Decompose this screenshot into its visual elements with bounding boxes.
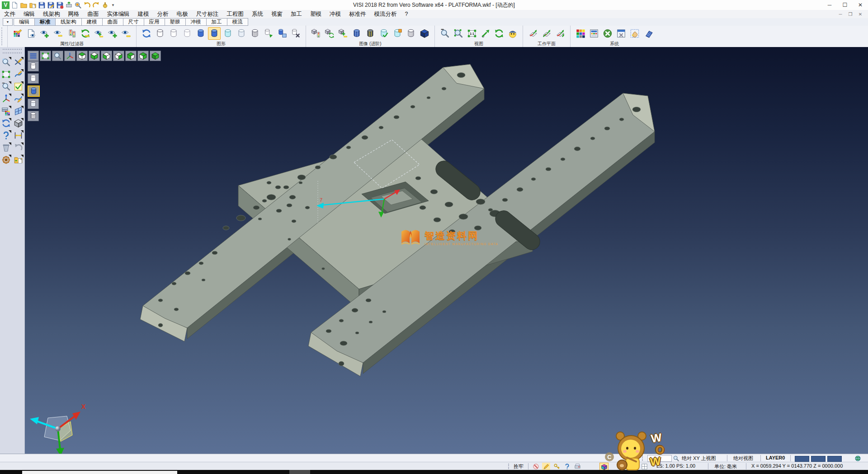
3d-model[interactable]: 7 (25, 47, 868, 454)
tab-mould[interactable]: 塑膜 (165, 18, 186, 26)
hidden-line-mode-button[interactable] (167, 27, 180, 40)
menu-drafting[interactable]: 工程图 (223, 10, 248, 18)
menu-window[interactable]: 视窗 (267, 10, 287, 18)
render-hidden-line-button[interactable] (28, 73, 39, 84)
menu-solid-edit[interactable]: 实体编辑 (103, 10, 134, 18)
delete-trash-button[interactable] (1, 142, 11, 153)
window-layout-button[interactable] (13, 106, 24, 116)
menu-surface[interactable]: 曲面 (84, 10, 103, 18)
tab-machining[interactable]: 加工 (207, 18, 227, 26)
observer-view-button[interactable] (506, 27, 519, 40)
3d-viewport[interactable]: 7 智造资料网 INTELLIGENT MAN (25, 47, 868, 454)
tab-standard[interactable]: 标准 (35, 18, 56, 26)
render-hatched-button[interactable] (28, 111, 39, 121)
render-wireframe-button[interactable] (28, 61, 39, 71)
attribute-paint-button[interactable] (11, 27, 24, 40)
rotate-view-button[interactable] (493, 27, 505, 40)
tab-surface[interactable]: 曲面 (103, 18, 123, 26)
curve-edit-button[interactable] (13, 94, 24, 104)
fit-view-button[interactable] (1, 69, 11, 80)
zoom-window-button[interactable] (452, 27, 465, 40)
layer-attributes-button[interactable] (1, 106, 11, 116)
pan-view-button[interactable] (479, 27, 492, 40)
wire-barrel-button[interactable] (405, 27, 417, 40)
confirm-check-button[interactable] (13, 81, 24, 92)
window-options-button[interactable] (615, 27, 627, 40)
ghost-mode-button[interactable] (235, 27, 248, 40)
menu-electrode[interactable]: 电极 (173, 10, 192, 18)
maximize-button[interactable]: ☐ (837, 0, 853, 10)
view-bottom-button[interactable] (89, 51, 100, 61)
redo-button[interactable] (92, 1, 100, 9)
layer-indicator[interactable]: LAYER0 (766, 455, 785, 460)
solids-refresh-button[interactable] (323, 27, 336, 40)
menu-edit[interactable]: 编辑 (19, 10, 39, 18)
wireframe-mode-button[interactable] (154, 27, 166, 40)
key-icon[interactable] (552, 463, 561, 470)
view-front-button[interactable] (125, 51, 137, 61)
plot-icon[interactable] (573, 463, 581, 470)
toolbar-grip[interactable] (1, 28, 6, 45)
absolute-view-label[interactable]: 绝对视图 (733, 455, 753, 462)
view-left-button[interactable] (101, 51, 112, 61)
tag-solid-button[interactable] (391, 27, 404, 40)
mdi-minimize-button[interactable]: ─ (835, 12, 845, 17)
validate-solid-button[interactable] (377, 27, 390, 40)
view-top-button[interactable] (76, 51, 88, 61)
mdi-close-button[interactable]: ✕ (855, 12, 865, 17)
sidebar-grip[interactable] (3, 49, 22, 53)
workplane-flip-button[interactable] (554, 27, 566, 40)
tab-application[interactable]: 应用 (144, 18, 165, 26)
menu-file[interactable]: 文件 (0, 10, 19, 18)
color-palette-button[interactable] (574, 27, 587, 40)
system-settings-button[interactable] (601, 27, 614, 40)
show-all-button[interactable] (106, 27, 119, 40)
menu-system[interactable]: 系统 (248, 10, 267, 18)
menu-machining[interactable]: 加工 (287, 10, 306, 18)
globe-icon[interactable] (854, 455, 862, 462)
workplane-align-button[interactable] (540, 27, 553, 40)
axis-triad[interactable]: X Y (27, 401, 89, 454)
zoom-dynamic-button[interactable] (52, 51, 63, 61)
render-shaded-button[interactable] (28, 85, 40, 97)
help-query-button[interactable] (1, 130, 11, 141)
security-lock-button[interactable] (101, 1, 109, 9)
navigation-wheel-button[interactable] (1, 155, 11, 165)
menu-wireframe[interactable]: 线架构 (39, 10, 64, 18)
barrel-striped-button[interactable] (364, 27, 377, 40)
export-print-button[interactable] (65, 1, 73, 9)
tab-progress[interactable]: 冲模 (186, 18, 207, 26)
graphics-settings-button[interactable] (289, 27, 302, 40)
close-button[interactable]: ✕ (853, 0, 868, 10)
filter-remove-button[interactable] (52, 27, 65, 40)
menu-standard-parts[interactable]: 标准件 (345, 10, 370, 18)
grid-settings-button[interactable] (642, 27, 655, 40)
minimize-button[interactable]: ─ (822, 0, 837, 10)
attribute-document-button[interactable] (25, 27, 38, 40)
export-folder-button[interactable] (13, 155, 24, 165)
snap-lock-label[interactable]: 拴牢 (514, 463, 524, 470)
sketch-curve-button[interactable] (13, 69, 24, 80)
tab-modeling[interactable]: 建模 (82, 18, 103, 26)
transparent-mode-button[interactable] (222, 27, 234, 40)
view-iso-button[interactable] (150, 51, 161, 61)
import-file-button[interactable] (29, 1, 37, 9)
hatched-mode-button[interactable] (249, 27, 261, 40)
solid-preview-button[interactable] (13, 118, 24, 128)
new-file-button[interactable] (11, 1, 19, 9)
save-button[interactable] (38, 1, 46, 9)
show-hide-toggle-button[interactable] (93, 27, 105, 40)
open-file-button[interactable] (20, 1, 28, 9)
workplane-axes-button[interactable] (527, 27, 539, 40)
undo-sidebar-button[interactable] (13, 142, 24, 153)
shaded-mode-button[interactable] (194, 27, 207, 40)
view-right-button[interactable] (113, 51, 124, 61)
tab-edit[interactable]: 编辑 (14, 18, 35, 26)
mdi-restore-button[interactable]: ❐ (845, 12, 855, 17)
wcs-axes-button[interactable] (64, 51, 75, 61)
undo-button[interactable] (83, 1, 91, 9)
shaded-edges-mode-button[interactable] (208, 27, 221, 40)
no-entity-icon[interactable] (532, 463, 540, 470)
menu-mesh[interactable]: 网格 (64, 10, 84, 18)
layer-color-swatch-2[interactable] (811, 456, 826, 462)
